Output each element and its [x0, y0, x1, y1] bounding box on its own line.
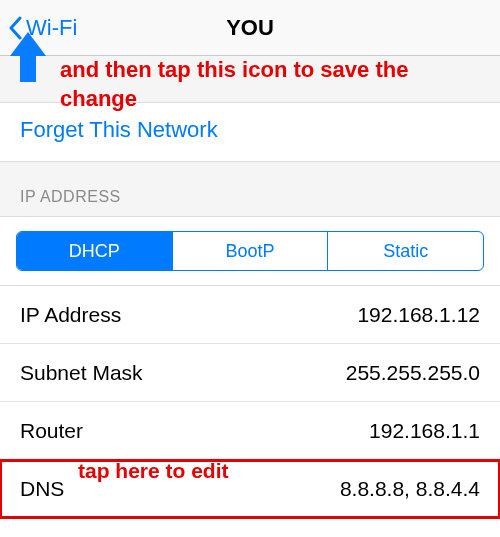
ip-settings-list: IP Address 192.168.1.12 Subnet Mask 255.…: [0, 286, 500, 537]
label-router: Router: [20, 419, 83, 443]
row-search-domains[interactable]: Search Domains TOTOLINK: [0, 518, 500, 537]
section-header-ip: IP ADDRESS: [0, 162, 500, 216]
tab-dhcp[interactable]: DHCP: [17, 232, 173, 270]
forget-section: Forget This Network: [0, 102, 500, 162]
row-ip-address[interactable]: IP Address 192.168.1.12: [0, 286, 500, 344]
label-ip-address: IP Address: [20, 303, 121, 327]
value-subnet-mask: 255.255.255.0: [346, 361, 480, 385]
ip-mode-segment: DHCP BootP Static: [0, 216, 500, 286]
back-label: Wi-Fi: [26, 15, 77, 41]
value-dns: 8.8.8.8, 8.8.4.4: [340, 477, 480, 501]
row-router[interactable]: Router 192.168.1.1: [0, 402, 500, 460]
value-ip-address: 192.168.1.12: [357, 303, 480, 327]
tab-bootp[interactable]: BootP: [173, 232, 329, 270]
label-dns: DNS: [20, 477, 64, 501]
back-button[interactable]: Wi-Fi: [0, 15, 77, 41]
chevron-left-icon: [8, 16, 24, 40]
tab-static[interactable]: Static: [328, 232, 483, 270]
row-dns[interactable]: DNS 8.8.8.8, 8.8.4.4: [0, 460, 500, 518]
label-subnet-mask: Subnet Mask: [20, 361, 143, 385]
row-subnet-mask[interactable]: Subnet Mask 255.255.255.0: [0, 344, 500, 402]
forget-network-button[interactable]: Forget This Network: [20, 117, 480, 143]
value-router: 192.168.1.1: [369, 419, 480, 443]
navbar: Wi-Fi YOU: [0, 0, 500, 56]
